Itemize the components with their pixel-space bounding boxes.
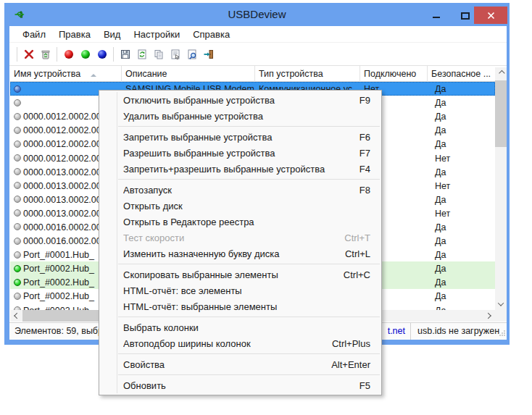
cell-safe: Нет xyxy=(428,180,495,191)
menu-edit[interactable]: Правка xyxy=(52,27,97,41)
minimize-button[interactable] xyxy=(430,9,443,22)
close-button[interactable] xyxy=(474,7,507,24)
menu-help[interactable]: Справка xyxy=(186,27,236,41)
cell-safe: Нет xyxy=(428,208,495,219)
device-status-blue-ball-icon xyxy=(14,85,21,93)
toolbar-separator xyxy=(57,47,57,62)
context-menu-item-shortcut: Ctrl+Plus xyxy=(332,338,370,349)
context-menu-item[interactable]: Выбрать колонки xyxy=(99,319,381,335)
context-menu-item[interactable]: Запретить выбранные устройстваF6 xyxy=(99,129,381,145)
context-menu-item-label: Выбрать колонки xyxy=(123,322,357,333)
scroll-left-arrow[interactable] xyxy=(10,310,22,322)
context-menu-item[interactable]: HTML-отчёт: выбранные элементы xyxy=(99,298,381,314)
context-menu-item-shortcut: F9 xyxy=(359,95,370,106)
menu-separator xyxy=(118,317,380,317)
resize-grip[interactable] xyxy=(499,329,506,339)
device-status-green-ball-icon xyxy=(14,279,21,286)
context-menu-item[interactable]: Скопировать выбранные элементыCtrl+C xyxy=(99,267,381,282)
cell-safe: Да xyxy=(428,263,495,274)
context-menu-item-label: Обновить xyxy=(123,380,346,391)
cell-safe: Да xyxy=(428,83,495,94)
column-header-connected[interactable]: Подключено xyxy=(360,66,428,82)
menu-view[interactable]: Вид xyxy=(97,27,128,41)
menu-settings[interactable]: Настройки xyxy=(127,27,186,41)
vertical-scrollbar[interactable] xyxy=(495,67,507,310)
status-usbids-label: usb.ids не загружен xyxy=(417,326,499,336)
device-status-gray-ball-icon xyxy=(14,141,21,148)
red-ball-icon xyxy=(63,49,75,60)
status-usbids: usb.ids не загружен xyxy=(411,323,507,340)
menu-file[interactable]: Файл xyxy=(16,27,52,41)
toolbar-separator xyxy=(113,47,114,62)
column-header-description[interactable]: Описание xyxy=(122,66,255,82)
vertical-scrollbar-thumb[interactable] xyxy=(495,80,507,147)
context-menu-item[interactable]: Запретить+разрешить выбранные устройства… xyxy=(99,161,381,177)
context-menu-item[interactable]: АвтозапускF8 xyxy=(99,182,381,198)
context-menu-item[interactable]: Изменить назначенную букву дискаCtrl+L xyxy=(99,246,381,261)
context-menu-item-label: Свойства xyxy=(123,359,318,370)
context-menu-item[interactable]: Открыть диск xyxy=(99,198,381,214)
refresh-button[interactable] xyxy=(133,46,150,63)
device-status-gray-ball-icon xyxy=(14,182,21,189)
scroll-up-arrow[interactable] xyxy=(495,67,507,79)
cell-safe: Да xyxy=(428,167,495,177)
context-menu-item[interactable]: Разрешить выбранные устройстваF7 xyxy=(99,145,381,161)
context-menu-item[interactable]: HTML-отчёт: все элементы xyxy=(99,282,381,298)
device-status-gray-ball-icon xyxy=(14,127,21,134)
column-header-device-type[interactable]: Тип устройства xyxy=(255,66,360,82)
context-menu-item-shortcut: Ctrl+C xyxy=(344,269,370,280)
menu-gutter-line xyxy=(117,92,117,393)
sort-ascending-icon xyxy=(91,74,96,77)
column-header-device-name[interactable]: Имя устройства xyxy=(10,66,122,82)
menu-separator xyxy=(118,126,380,127)
properties-button[interactable] xyxy=(167,46,183,63)
disconnect-button[interactable] xyxy=(20,46,37,63)
maximize-button[interactable] xyxy=(459,9,472,22)
blue-ball-icon xyxy=(96,49,108,60)
chevron-up-icon xyxy=(499,70,504,76)
cell-name xyxy=(23,88,122,89)
context-menu-item[interactable]: Удалить выбранные устройства xyxy=(99,108,381,124)
column-header-label: Имя устройства xyxy=(14,69,80,79)
disable-device-button[interactable] xyxy=(60,46,77,63)
device-status-gray-ball-icon xyxy=(14,154,21,162)
context-menu-item[interactable]: Автоподбор ширины колонокCtrl+Plus xyxy=(99,335,381,351)
exit-icon xyxy=(203,49,215,60)
save-button[interactable] xyxy=(117,46,133,63)
context-menu-item-shortcut: F7 xyxy=(359,148,370,159)
context-menu-item-shortcut: F5 xyxy=(359,380,370,391)
scrollbar-corner xyxy=(495,310,507,322)
exit-button[interactable] xyxy=(200,46,217,63)
floppy-save-icon xyxy=(120,49,131,60)
title-bar[interactable]: USBDeview xyxy=(4,3,510,26)
find-icon xyxy=(186,49,198,60)
copy-button[interactable] xyxy=(150,46,167,63)
context-menu-items: Отключить выбранные устройстваF9Удалить … xyxy=(99,92,381,393)
context-menu-item-shortcut: F8 xyxy=(359,185,370,196)
cell-safe: Да xyxy=(428,277,495,288)
column-header-safe[interactable]: Безопасное ... xyxy=(428,66,495,82)
context-menu-item-label: Запретить+разрешить выбранные устройства xyxy=(123,164,346,175)
cell-safe: Да xyxy=(428,138,495,149)
scroll-right-arrow[interactable] xyxy=(483,310,495,322)
close-icon xyxy=(487,12,495,20)
cell-safe: Да xyxy=(428,249,495,260)
cell-safe: Да xyxy=(428,235,495,246)
uninstall-button[interactable] xyxy=(37,46,54,63)
context-menu: Отключить выбранные устройстваF9Удалить … xyxy=(99,90,382,395)
context-menu-item[interactable]: Отключить выбранные устройстваF9 xyxy=(99,92,381,108)
context-menu-item-label: Отключить выбранные устройства xyxy=(123,95,346,106)
scroll-down-arrow[interactable] xyxy=(495,298,507,310)
device-status-gray-ball-icon xyxy=(14,238,21,245)
table-header: Имя устройства Описание Тип устройства П… xyxy=(10,66,495,82)
context-menu-item-label: HTML-отчёт: выбранные элементы xyxy=(123,301,357,312)
find-button[interactable] xyxy=(183,46,200,63)
context-menu-item[interactable]: Открыть в Редакторе реестра xyxy=(99,214,381,230)
device-status-gray-ball-icon xyxy=(14,99,21,106)
context-menu-item[interactable]: СвойстваAlt+Enter xyxy=(99,356,381,372)
context-menu-item[interactable]: ОбновитьF5 xyxy=(99,377,381,393)
green-ball-icon xyxy=(80,49,91,60)
enable-device-button[interactable] xyxy=(77,46,93,63)
context-menu-item-label: Автоподбор ширины колонок xyxy=(123,338,319,349)
disable-enable-device-button[interactable] xyxy=(93,46,110,63)
